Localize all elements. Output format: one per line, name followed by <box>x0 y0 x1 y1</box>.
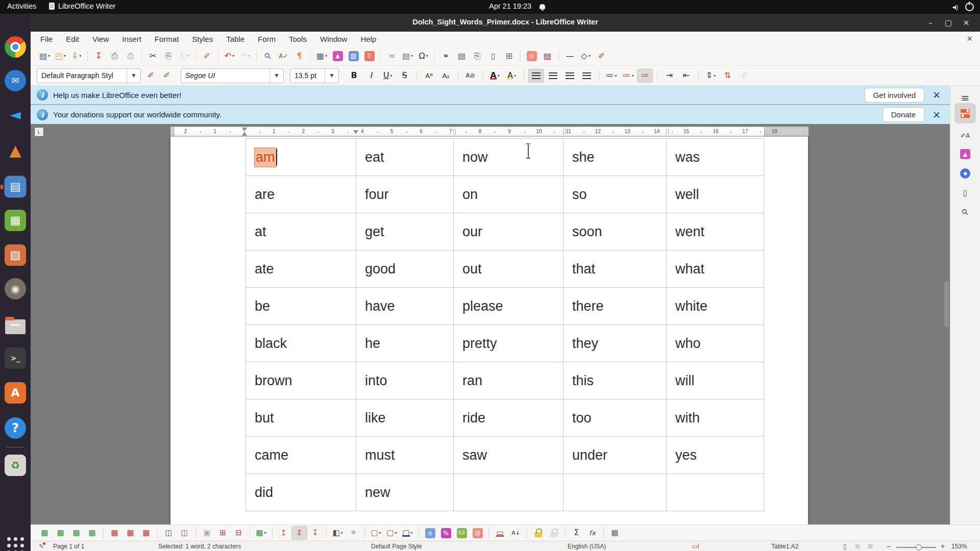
menu-table[interactable]: Table <box>219 33 251 45</box>
center-vertically-icon[interactable]: ↕ <box>291 526 307 540</box>
table-cell[interactable]: what <box>667 251 764 288</box>
border-color-dropdown[interactable]: ▾ <box>411 531 413 535</box>
table-cell[interactable]: on <box>454 176 564 213</box>
insert-footnote-icon[interactable]: ▤ <box>454 49 470 63</box>
table-cell[interactable]: ran <box>454 362 564 399</box>
font-color-icon[interactable]: A▾ <box>487 69 503 83</box>
new-document-icon[interactable]: ▤▾ <box>37 49 53 63</box>
language-status[interactable]: English (USA) <box>568 543 606 550</box>
menu-tools[interactable]: Tools <box>282 33 313 45</box>
page-break-icon[interactable]: ≍ <box>384 49 400 63</box>
percent-format-icon[interactable]: % <box>438 526 454 540</box>
vertical-scrollbar-thumb[interactable] <box>944 281 949 327</box>
border-color-icon[interactable]: ▢▾ <box>400 526 415 540</box>
update-style-icon[interactable]: ✐ <box>143 69 159 83</box>
cross-reference-icon[interactable]: ⊞ <box>501 49 517 63</box>
font-name-combo[interactable]: Segoe UI ▼ <box>181 68 284 83</box>
table-cell[interactable] <box>667 474 764 511</box>
delete-table-icon[interactable]: ▦ <box>138 526 154 540</box>
optimize-size-dropdown[interactable]: ▾ <box>264 531 266 535</box>
border-style-dropdown[interactable]: ▾ <box>395 531 397 535</box>
table-cell[interactable]: at <box>246 213 356 251</box>
selected-word[interactable]: am <box>255 148 276 167</box>
table-cell[interactable]: must <box>356 437 454 474</box>
font-size-dropdown[interactable]: ▼ <box>325 69 338 83</box>
table-cell[interactable]: black <box>246 325 356 362</box>
align-left-icon[interactable] <box>528 69 544 83</box>
app-grid-icon[interactable] <box>4 534 27 551</box>
track-changes-icon[interactable]: ▤ <box>540 49 555 63</box>
align-right-icon[interactable] <box>562 69 578 83</box>
zoom-in-icon[interactable]: + <box>940 543 945 550</box>
table-cell[interactable]: they <box>564 325 667 362</box>
table-cell[interactable]: ate <box>246 251 356 288</box>
subscript-icon[interactable]: A₂ <box>438 69 454 83</box>
bold-icon[interactable]: B <box>346 69 362 83</box>
table-cell[interactable]: eat <box>356 139 454 176</box>
copy-icon[interactable]: ⎘ <box>161 49 177 63</box>
sidebar-tab-navigator[interactable]: ◆ <box>954 165 976 182</box>
menu-insert[interactable]: Insert <box>115 33 148 45</box>
special-character-dropdown[interactable]: ▾ <box>426 54 428 58</box>
text-direction-icon[interactable]: A↓ <box>508 526 524 540</box>
print-preview-icon[interactable]: ⎙ <box>122 49 138 63</box>
clear-formatting-icon[interactable]: A⊘ <box>462 69 478 83</box>
line-spacing-dropdown[interactable]: ▾ <box>714 73 716 78</box>
borders-icon[interactable]: ▢▾ <box>368 526 384 540</box>
redo-dropdown[interactable]: ▾ <box>248 54 250 58</box>
sidebar-tab-style-inspector[interactable]: ⚲ <box>954 204 976 220</box>
paragraph-style-dropdown[interactable]: ▼ <box>127 69 140 83</box>
new-style-icon[interactable]: ✐ <box>159 69 175 83</box>
merge-cells-icon[interactable]: ◫ <box>161 526 177 540</box>
page-number-status[interactable]: Page 1 of 1 <box>53 543 84 550</box>
table-cell[interactable]: this <box>564 362 667 399</box>
undo-dropdown[interactable]: ▾ <box>232 54 234 58</box>
table-cell[interactable]: will <box>667 362 764 399</box>
number-format-icon[interactable]: @ <box>470 526 485 540</box>
table-cell[interactable] <box>564 474 667 511</box>
menu-format[interactable]: Format <box>148 33 186 45</box>
background-color-icon[interactable]: ◧▾ <box>330 526 346 540</box>
document-close-icon[interactable]: ✕ <box>966 34 973 43</box>
horizontal-ruler[interactable]: 21123456789101112131415161718 <box>170 127 808 137</box>
trash-icon[interactable]: ♻ <box>4 454 27 477</box>
maximize-button[interactable]: ▢ <box>942 16 955 30</box>
undo-icon[interactable]: ↶▾ <box>222 49 237 63</box>
table-cell[interactable]: get <box>356 213 454 251</box>
files-icon[interactable] <box>4 313 27 336</box>
view-single-page-icon[interactable]: ▯ <box>843 543 847 550</box>
table-cell[interactable]: have <box>356 288 454 325</box>
cut-icon[interactable]: ✂ <box>145 49 161 63</box>
menu-window[interactable]: Window <box>313 33 354 45</box>
menu-edit[interactable]: Edit <box>59 33 86 45</box>
table-cell[interactable]: white <box>667 288 764 325</box>
zoom-slider-handle[interactable] <box>916 544 922 550</box>
table-cell[interactable]: he <box>356 325 454 362</box>
save-dropdown[interactable]: ▾ <box>79 54 81 58</box>
table-cell[interactable] <box>454 474 564 511</box>
table-cell[interactable]: with <box>667 399 764 437</box>
optimize-size-icon[interactable]: ▦▾ <box>253 526 269 540</box>
table-cell[interactable]: like <box>356 399 454 437</box>
italic-icon[interactable]: I <box>363 69 379 83</box>
vlc-icon[interactable]: ▲ <box>4 139 27 162</box>
sidebar-tab-styles[interactable]: ✐A <box>954 128 976 144</box>
table-cell[interactable]: now <box>454 139 564 176</box>
autoformat-icon[interactable]: ✧ <box>346 526 361 540</box>
save-icon[interactable]: ⇩▾ <box>68 49 84 63</box>
formula-icon[interactable]: fx <box>584 526 600 540</box>
help-icon[interactable]: ? <box>4 417 27 439</box>
line-spacing-icon[interactable]: ⇕▾ <box>703 69 719 83</box>
indent-marker-top[interactable] <box>242 128 247 132</box>
view-book-icon[interactable]: ⊞ <box>868 543 873 550</box>
insert-bookmark-icon[interactable]: ▯ <box>485 49 501 63</box>
donate-button[interactable]: Donate <box>883 107 924 122</box>
table-cell[interactable]: that <box>564 251 667 288</box>
align-center-icon[interactable] <box>545 69 561 83</box>
close-button[interactable]: ✕ <box>960 16 973 30</box>
table-cell[interactable]: our <box>454 213 564 251</box>
font-name-dropdown[interactable]: ▼ <box>270 69 283 83</box>
table-cell[interactable]: saw <box>454 437 564 474</box>
basic-shapes-dropdown[interactable]: ▾ <box>589 54 591 58</box>
menu-file[interactable]: File <box>34 33 59 45</box>
